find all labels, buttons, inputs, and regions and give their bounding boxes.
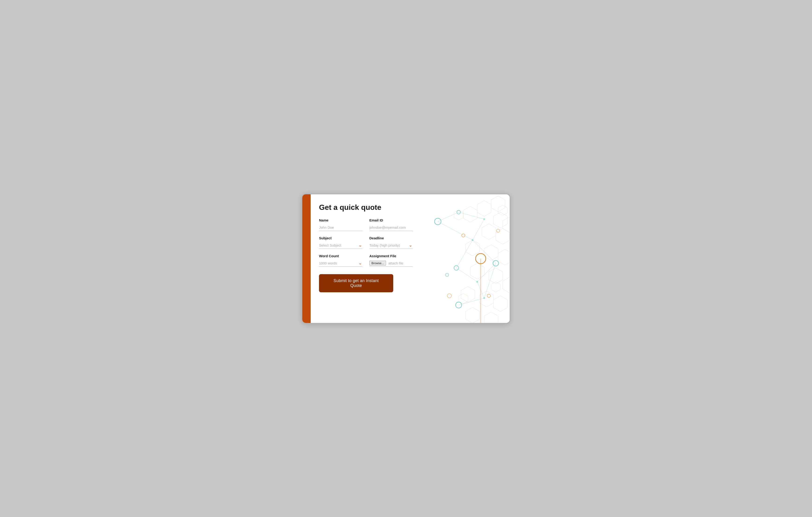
- svg-point-44: [447, 294, 452, 298]
- file-group: Assignment File Browse... attach file: [369, 254, 413, 267]
- svg-point-48: [483, 297, 485, 299]
- wordcount-select-wrapper[interactable]: 1000 words ⌄: [319, 260, 362, 267]
- svg-line-31: [484, 263, 496, 298]
- name-label: Name: [319, 218, 362, 222]
- svg-marker-4: [482, 224, 496, 240]
- wordcount-select-display[interactable]: 1000 words: [319, 260, 358, 267]
- svg-point-39: [445, 273, 449, 276]
- svg-point-43: [487, 294, 490, 297]
- svg-point-45: [483, 218, 485, 220]
- wordcount-file-row: Word Count 1000 words ⌄ Assignment File …: [319, 254, 413, 267]
- left-accent-bar: [302, 194, 311, 323]
- svg-marker-9: [470, 263, 484, 279]
- subject-label: Subject: [319, 236, 362, 240]
- svg-marker-18: [454, 210, 463, 220]
- svg-marker-0: [477, 200, 491, 216]
- svg-point-41: [462, 234, 465, 237]
- svg-marker-20: [491, 282, 500, 292]
- quote-card: Get a quick quote Name Email ID Subject …: [301, 194, 511, 324]
- subject-deadline-row: Subject Select Subject ⌄ Deadline Today …: [319, 236, 413, 249]
- svg-marker-5: [496, 228, 510, 244]
- svg-marker-2: [463, 207, 477, 222]
- subject-group: Subject Select Subject ⌄: [319, 236, 362, 249]
- submit-button[interactable]: Submit to get an Instant Quote: [319, 274, 393, 292]
- page-title: Get a quick quote: [319, 203, 413, 212]
- email-input[interactable]: [369, 224, 413, 231]
- svg-marker-7: [484, 245, 498, 261]
- subject-select-display[interactable]: Select Subject: [319, 242, 358, 249]
- svg-marker-12: [480, 291, 493, 307]
- svg-marker-14: [466, 307, 480, 323]
- svg-marker-19: [498, 205, 508, 215]
- svg-line-28: [456, 268, 477, 282]
- browse-button[interactable]: Browse...: [369, 261, 386, 266]
- form-section: Get a quick quote Name Email ID Subject …: [311, 194, 422, 323]
- name-input[interactable]: [319, 224, 362, 231]
- svg-marker-8: [498, 249, 510, 265]
- email-group: Email ID: [369, 218, 413, 231]
- deadline-select-display[interactable]: Today (high priority): [369, 242, 409, 249]
- name-email-row: Name Email ID: [319, 218, 413, 231]
- name-group: Name: [319, 218, 362, 231]
- svg-point-42: [496, 229, 500, 233]
- svg-marker-3: [493, 212, 508, 228]
- wordcount-label: Word Count: [319, 254, 362, 258]
- deadline-label: Deadline: [369, 236, 413, 240]
- deadline-select-wrapper[interactable]: Today (high priority) ⌄: [369, 242, 413, 249]
- background-graphic: [412, 194, 510, 323]
- svg-point-46: [472, 239, 473, 241]
- svg-marker-13: [493, 296, 508, 311]
- attach-label: attach file: [388, 261, 403, 265]
- svg-point-47: [476, 281, 478, 283]
- subject-select-wrapper[interactable]: Select Subject ⌄: [319, 242, 362, 249]
- wordcount-group: Word Count 1000 words ⌄: [319, 254, 362, 267]
- svg-line-29: [477, 263, 496, 282]
- deadline-group: Deadline Today (high priority) ⌄: [369, 236, 413, 249]
- email-label: Email ID: [369, 218, 413, 222]
- file-label: Assignment File: [369, 254, 413, 258]
- svg-line-25: [472, 219, 484, 240]
- svg-marker-17: [503, 277, 510, 293]
- deadline-chevron-icon[interactable]: ⌄: [409, 243, 413, 248]
- svg-line-26: [456, 240, 472, 268]
- svg-marker-15: [484, 312, 498, 323]
- svg-marker-6: [466, 240, 480, 256]
- subject-chevron-icon[interactable]: ⌄: [358, 243, 362, 248]
- wordcount-chevron-icon[interactable]: ⌄: [358, 261, 362, 266]
- svg-line-24: [438, 221, 472, 240]
- file-input-wrapper: Browse... attach file: [369, 260, 413, 267]
- svg-marker-10: [489, 268, 503, 284]
